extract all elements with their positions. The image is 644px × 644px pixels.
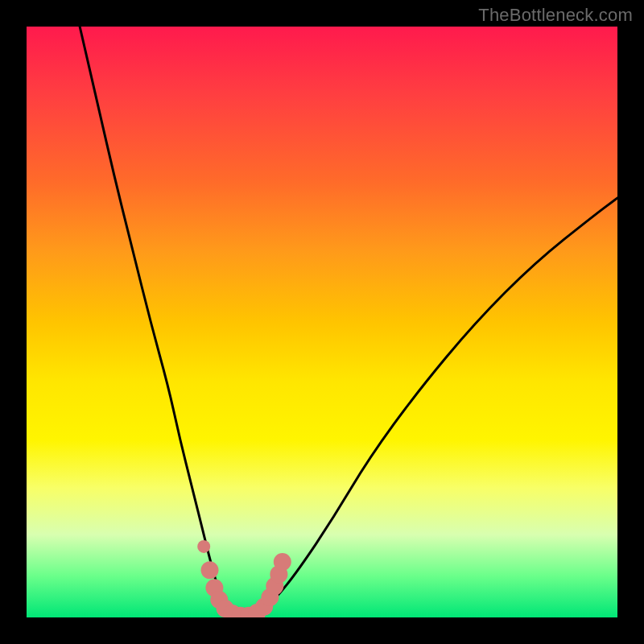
curve-layer (27, 27, 617, 617)
highlight-dot (274, 553, 291, 571)
credit-label: TheBottleneck.com (478, 5, 633, 26)
highlight-dot (201, 561, 219, 579)
plot-area (27, 27, 617, 617)
highlight-dot (197, 540, 210, 553)
bottleneck-curve (80, 27, 617, 617)
highlight-dots (197, 540, 291, 617)
chart-frame: TheBottleneck.com (0, 0, 644, 644)
